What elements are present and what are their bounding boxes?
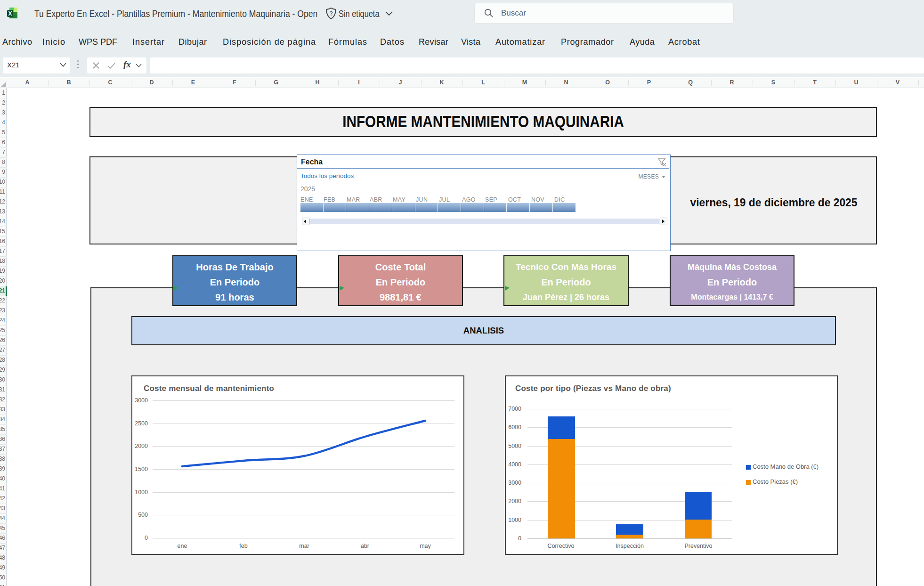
svg-text:?: ? <box>329 10 332 17</box>
svg-text:X: X <box>8 10 12 17</box>
